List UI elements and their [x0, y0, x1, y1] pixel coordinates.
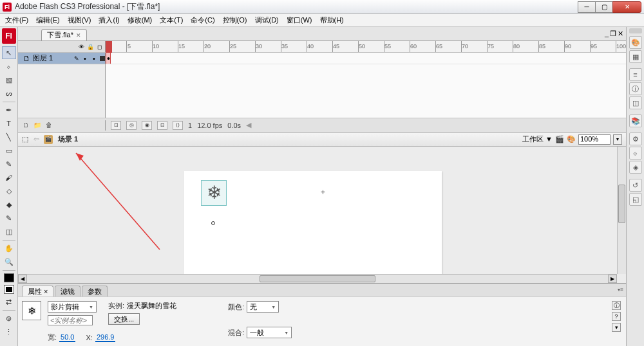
- stage-canvas[interactable]: ❄ +: [184, 171, 442, 274]
- tab-parameters[interactable]: 参数: [82, 286, 108, 296]
- edit-scene-button[interactable]: 🎬: [555, 135, 564, 143]
- menu-edit[interactable]: 编辑(E): [32, 14, 64, 26]
- swap-button[interactable]: 交换...: [108, 313, 140, 325]
- width-value[interactable]: 50.0: [59, 333, 75, 342]
- options-icon[interactable]: ▾: [612, 323, 621, 332]
- edit-multiple-icon[interactable]: ⊟: [157, 121, 167, 130]
- tab-filters[interactable]: 滤镜: [55, 286, 80, 296]
- color-select[interactable]: 无▼: [247, 301, 279, 313]
- menu-window[interactable]: 窗口(W): [283, 14, 316, 26]
- back-arrow-icon[interactable]: ⇦: [31, 134, 41, 145]
- doc-restore-icon[interactable]: ❐: [610, 30, 616, 38]
- pen-tool[interactable]: ✒: [2, 104, 16, 116]
- rectangle-tool[interactable]: ▭: [2, 144, 16, 157]
- document-tab[interactable]: 下雪.fla* ✕: [41, 29, 87, 41]
- swatches-panel-icon[interactable]: ▦: [629, 50, 642, 63]
- menu-control[interactable]: 控制(O): [219, 14, 251, 26]
- paint-bucket-tool[interactable]: ◆: [2, 198, 16, 211]
- lasso-tool[interactable]: ᔕ: [2, 87, 16, 100]
- new-folder-button[interactable]: 📁: [32, 120, 43, 131]
- menu-debug[interactable]: 调试(D): [251, 14, 283, 26]
- hand-tool[interactable]: ✋: [2, 242, 16, 255]
- snap-tool[interactable]: ⊚: [2, 312, 16, 325]
- info-icon[interactable]: ⓘ: [612, 301, 621, 310]
- eye-column-icon[interactable]: 👁: [78, 44, 84, 50]
- ink-bottle-tool[interactable]: ◇: [2, 185, 16, 197]
- free-transform-tool[interactable]: ▧: [2, 73, 16, 86]
- menu-help[interactable]: 帮助(H): [316, 14, 348, 26]
- line-tool[interactable]: ╲: [2, 131, 16, 143]
- subselection-tool[interactable]: ⬦: [2, 60, 16, 73]
- tab-properties[interactable]: 属性 ×: [22, 286, 53, 296]
- stage-hscrollbar[interactable]: ◀▶: [18, 274, 617, 283]
- onion-skin-icon[interactable]: ◎: [126, 121, 137, 130]
- eraser-tool[interactable]: ◫: [2, 225, 16, 238]
- brush-tool[interactable]: 🖌: [2, 171, 16, 184]
- ruler-tick: 85: [538, 41, 544, 52]
- layer-eye[interactable]: •: [82, 55, 88, 62]
- text-tool[interactable]: T: [2, 117, 16, 130]
- history-panel-icon[interactable]: ↺: [629, 179, 642, 192]
- new-layer-button[interactable]: 🗋: [21, 120, 31, 131]
- lock-column-icon[interactable]: 🔒: [87, 44, 93, 50]
- components-panel-icon[interactable]: ◈: [629, 161, 642, 174]
- menu-modify[interactable]: 修改(M): [124, 14, 156, 26]
- menu-file[interactable]: 文件(F): [1, 14, 32, 26]
- keyframe[interactable]: [107, 55, 110, 62]
- workspace-dropdown[interactable]: 工作区 ▼: [522, 134, 553, 144]
- actions-panel-icon[interactable]: ⟐: [629, 147, 642, 159]
- modify-onion-icon[interactable]: ⟨⟩: [173, 121, 183, 130]
- help-icon[interactable]: ?: [612, 312, 621, 321]
- close-button[interactable]: ✕: [612, 1, 641, 13]
- layer-lock[interactable]: •: [91, 55, 97, 62]
- panel-menu-icon[interactable]: ▾≡: [618, 287, 623, 293]
- zoom-tool[interactable]: 🔍: [2, 255, 16, 268]
- transform-panel-icon[interactable]: ◫: [629, 96, 642, 109]
- x-value[interactable]: 296.9: [95, 333, 116, 342]
- scene-panel-icon[interactable]: ◱: [629, 193, 642, 206]
- playhead-icon[interactable]: [106, 41, 112, 53]
- color-panel-icon[interactable]: 🎨: [629, 36, 642, 49]
- stage-vscrollbar[interactable]: [617, 147, 626, 274]
- menu-text[interactable]: 文本(T): [156, 14, 187, 26]
- instance-type-select[interactable]: 影片剪辑▼: [48, 301, 97, 313]
- selection-tool[interactable]: ↖: [2, 46, 16, 59]
- maximize-button[interactable]: ▢: [595, 1, 613, 13]
- timeline-ruler[interactable]: 1510152025303540455055606570758085909510…: [106, 41, 626, 52]
- blend-select[interactable]: 一般▼: [247, 327, 292, 338]
- delete-layer-button[interactable]: 🗑: [44, 120, 54, 131]
- edit-scene-icon[interactable]: ⬚: [22, 135, 28, 143]
- edit-symbol-button[interactable]: 🎨: [567, 135, 576, 143]
- menu-view[interactable]: 视图(V): [64, 14, 95, 26]
- menu-command[interactable]: 命令(C): [187, 14, 218, 26]
- minimize-button[interactable]: ─: [578, 1, 596, 13]
- close-tab-icon[interactable]: ✕: [76, 32, 81, 39]
- movieclip-instance[interactable]: ❄: [201, 180, 227, 206]
- stroke-color-swatch[interactable]: [4, 273, 14, 282]
- option-tool[interactable]: ⋮: [2, 325, 16, 338]
- library-panel-icon[interactable]: 📚: [629, 114, 642, 127]
- scene-name[interactable]: 场景 1: [55, 134, 78, 144]
- onion-outline-icon[interactable]: ◉: [142, 121, 152, 130]
- timeline-frames[interactable]: [106, 53, 626, 118]
- fill-color-swatch[interactable]: [4, 285, 14, 294]
- center-frame-icon[interactable]: ⊡: [111, 121, 121, 130]
- swap-colors[interactable]: ⇄: [2, 295, 16, 308]
- behaviors-panel-icon[interactable]: ⚙: [629, 132, 642, 145]
- doc-minimize-icon[interactable]: _: [605, 30, 609, 38]
- doc-close-icon[interactable]: ✕: [618, 30, 623, 38]
- layer-outline[interactable]: [100, 56, 105, 61]
- layer-row[interactable]: 🗋 图层 1 ✎ • •: [18, 53, 105, 64]
- instance-name-input[interactable]: [48, 315, 93, 325]
- outline-column-icon[interactable]: ◻: [96, 44, 102, 50]
- zoom-input[interactable]: 100%: [578, 134, 611, 145]
- pencil-tool[interactable]: ✎: [2, 158, 16, 170]
- align-panel-icon[interactable]: ≡: [629, 68, 642, 81]
- menu-insert[interactable]: 插入(I): [95, 14, 123, 26]
- eyedropper-tool[interactable]: ✎: [2, 212, 16, 224]
- timeline-scroll-left-icon[interactable]: ◀: [246, 121, 251, 129]
- zoom-dropdown-icon[interactable]: ▼: [613, 134, 622, 145]
- info-panel-icon[interactable]: ⓘ: [629, 82, 642, 95]
- stage-area[interactable]: ❄ + ◀▶: [18, 147, 626, 283]
- expand-handle-icon[interactable]: [629, 28, 642, 33]
